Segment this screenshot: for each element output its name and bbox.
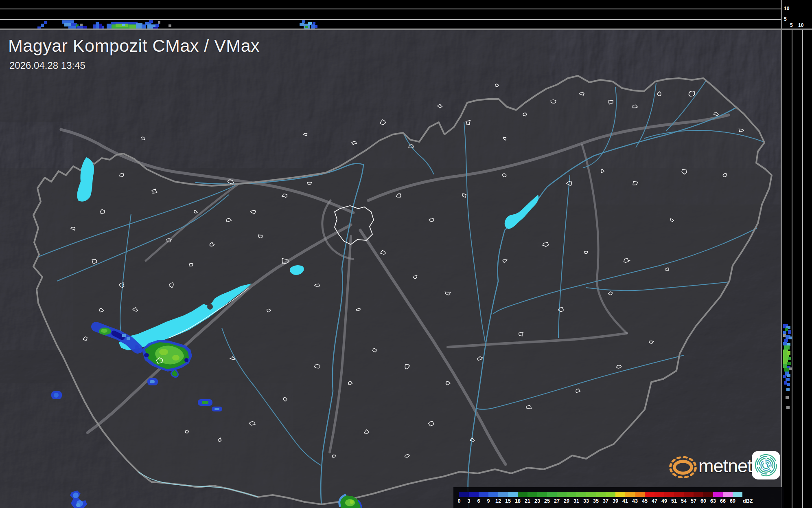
dbz-cell — [674, 492, 684, 497]
dbz-cell — [459, 492, 469, 497]
dbz-cell — [537, 492, 547, 497]
dbz-cell — [508, 492, 518, 497]
map-area — [0, 29, 812, 508]
dbz-cell — [596, 492, 606, 497]
dbz-cell — [694, 492, 703, 497]
echo-pixel — [305, 26, 308, 28]
echo-pixel — [96, 22, 99, 29]
dbz-colorbar — [459, 492, 742, 497]
dbz-tick-label: 12 — [493, 498, 503, 504]
dbz-cell — [733, 492, 742, 497]
dbz-tick-label: 39 — [611, 498, 620, 504]
echo-pixel — [784, 381, 787, 385]
dbz-cell — [557, 492, 567, 497]
dbz-tick-label: 3 — [464, 498, 474, 504]
echo-pixel — [99, 24, 102, 29]
echo-pixel — [787, 374, 790, 377]
echo-pixel — [149, 20, 153, 23]
dbz-tick-label: 15 — [503, 498, 513, 504]
dbz-tick-label: 47 — [650, 498, 659, 504]
top-axis-label-5: 5 — [784, 16, 787, 22]
echo-pixel — [785, 328, 788, 331]
dbz-cell — [498, 492, 508, 497]
echo-pixel — [122, 24, 125, 26]
dbz-tick-label: 25 — [542, 498, 552, 504]
dbz-tick-label: 54 — [679, 498, 689, 504]
dbz-tick-label: 29 — [562, 498, 571, 504]
sun-icon — [668, 448, 700, 486]
dbz-tick-label: 18 — [513, 498, 523, 504]
frame-horizontal — [0, 29, 812, 30]
echo-pixel — [786, 396, 789, 399]
dbz-cell — [586, 492, 596, 497]
echo-pixel — [311, 24, 315, 29]
echo-pixel — [788, 357, 791, 360]
dbz-cell — [684, 492, 694, 497]
echo-pixel — [787, 383, 790, 386]
radar-display: Magyar Kompozit CMax / VMax 2026.04.28 1… — [0, 0, 812, 508]
page-title: Magyar Kompozit CMax / VMax — [8, 36, 260, 56]
dbz-tick-label: 21 — [523, 498, 532, 504]
echo-pixel — [783, 364, 787, 368]
dbz-tick-label: 37 — [601, 498, 611, 504]
tihany-peninsula — [207, 304, 213, 310]
dbz-cell — [664, 492, 674, 497]
echo-pixel — [116, 24, 128, 27]
echo-pixel — [169, 24, 171, 27]
echo-pixel — [783, 355, 789, 360]
dbz-cell — [527, 492, 537, 497]
dbz-legend: 0369121518212325272931333537394143454749… — [453, 487, 784, 508]
right-profile-panel — [781, 0, 812, 508]
dbz-tick-label: 0 — [454, 498, 464, 504]
echo-pixel — [786, 406, 790, 409]
dbz-cell — [547, 492, 557, 497]
dbz-tick-label: 31 — [571, 498, 581, 504]
dbz-cell — [576, 492, 586, 497]
echo-pixel — [129, 25, 136, 29]
dbz-cell — [625, 492, 635, 497]
echo-pixel — [136, 23, 142, 29]
dbz-tick-label: 41 — [620, 498, 630, 504]
brand-text: metnet — [698, 455, 752, 477]
dbz-cell — [469, 492, 479, 497]
dbz-cell — [488, 492, 498, 497]
dbz-tick-label: 33 — [581, 498, 591, 504]
echo-pixel — [783, 331, 786, 334]
dbz-cell — [479, 492, 488, 497]
echo-pixel — [44, 21, 47, 24]
metnet-app-icon — [751, 451, 781, 480]
dbz-tick-label: 69 — [728, 498, 738, 504]
right-axis-label-10: 10 — [798, 22, 803, 28]
echo-pixel — [315, 25, 317, 28]
dbz-cell — [615, 492, 625, 497]
dbz-tick-label: 49 — [659, 498, 669, 504]
metnet-logo: metnet — [668, 448, 784, 486]
dbz-tick-label: 45 — [640, 498, 650, 504]
dbz-tick-label: 43 — [630, 498, 640, 504]
top-axis-label-10: 10 — [784, 6, 789, 11]
echo-pixel — [158, 21, 160, 24]
dbz-tick-label: 23 — [532, 498, 542, 504]
echo-pixel — [784, 339, 788, 342]
echo-pixel — [786, 388, 790, 391]
echo-pixel — [302, 20, 305, 23]
dbz-tick-label: 63 — [708, 498, 718, 504]
echo-pixel — [784, 368, 789, 372]
dbz-cell — [645, 492, 654, 497]
dbz-tick-label: 66 — [718, 498, 728, 504]
echo-pixel — [783, 375, 786, 378]
echo-pixel — [788, 330, 791, 334]
dbz-tick-label: 27 — [552, 498, 562, 504]
frame-vertical — [781, 0, 783, 508]
dbz-cell — [654, 492, 664, 497]
echo-pixel — [787, 362, 791, 365]
dbz-cell — [723, 492, 733, 497]
echo-pixel — [313, 22, 315, 24]
echo-pixel — [783, 334, 786, 337]
dbz-tick-label: 6 — [474, 498, 484, 504]
dbz-unit-label: dBZ — [743, 498, 753, 504]
echo-pixel — [80, 24, 83, 26]
dbz-tick-label: 51 — [669, 498, 679, 504]
dbz-cell — [567, 492, 576, 497]
right-axis-label-5: 5 — [790, 22, 793, 28]
